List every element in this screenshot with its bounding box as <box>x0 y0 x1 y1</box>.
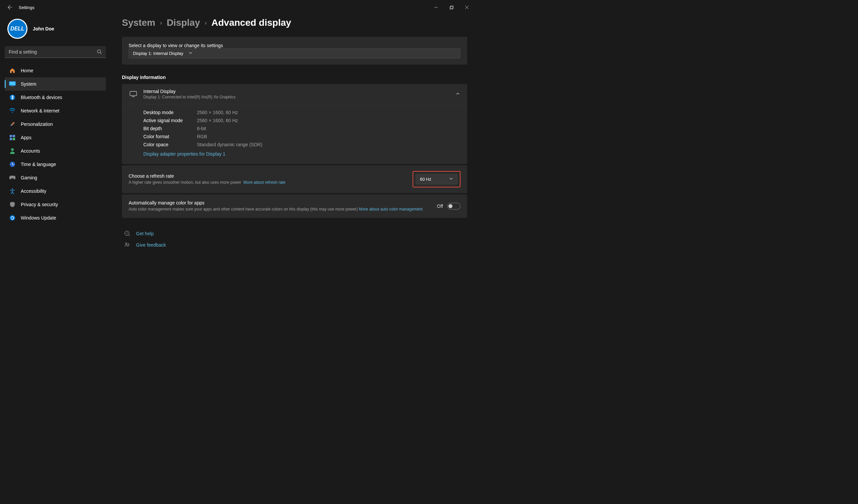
display-selector-dropdown[interactable]: Display 1: Internal Display <box>129 48 460 59</box>
display-info-detail: Desktop mode2560 × 1600, 60 HzActive sig… <box>122 104 467 164</box>
detail-row: Bit depth8-bit <box>143 125 460 132</box>
nav-item-shield[interactable]: Privacy & security <box>5 198 106 211</box>
svg-rect-13 <box>13 135 15 137</box>
refresh-rate-dropdown[interactable]: 60 Hz <box>416 174 458 184</box>
chevron-right-icon: › <box>205 19 207 27</box>
display-info-expander[interactable]: Internal Display Display 1: Connected to… <box>122 84 467 104</box>
chevron-down-icon <box>449 177 453 182</box>
display-info-heading: Display information <box>122 75 467 80</box>
svg-point-11 <box>12 112 13 113</box>
search-icon <box>97 49 102 55</box>
detail-value: 2560 × 1600, 60 Hz <box>197 118 238 123</box>
detail-value: 2560 × 1600, 60 Hz <box>197 110 238 115</box>
profile-block[interactable]: DELL John Doe <box>5 15 106 46</box>
titlebar: Settings <box>0 0 479 15</box>
breadcrumb-display[interactable]: Display <box>167 17 200 28</box>
svg-line-23 <box>129 235 130 236</box>
maximize-button[interactable] <box>444 2 459 13</box>
nav-item-system[interactable]: System <box>5 77 106 91</box>
display-name: Internal Display <box>143 89 450 94</box>
refresh-rate-value: 60 Hz <box>420 177 431 182</box>
maximize-icon <box>450 6 454 10</box>
nav-item-label: Apps <box>21 135 31 140</box>
svg-rect-20 <box>130 91 137 96</box>
update-icon <box>9 214 16 221</box>
app-title: Settings <box>19 5 34 10</box>
auto-color-card: Automatically manage color for apps Auto… <box>122 194 467 218</box>
help-icon: ? <box>124 231 131 237</box>
brush-icon <box>9 121 16 128</box>
svg-point-19 <box>10 215 15 221</box>
breadcrumb-system[interactable]: System <box>122 17 155 28</box>
detail-key: Color format <box>143 134 197 139</box>
nav-item-label: Personalization <box>21 121 53 127</box>
svg-rect-14 <box>10 138 12 140</box>
wifi-icon <box>9 108 16 114</box>
back-button[interactable] <box>4 1 16 13</box>
nav-item-gamepad[interactable]: Gaming <box>5 171 106 184</box>
minimize-button[interactable] <box>428 2 444 13</box>
nav-item-label: Windows Update <box>21 215 56 221</box>
get-help-link[interactable]: ? Get help <box>122 228 467 239</box>
svg-line-6 <box>100 52 101 54</box>
detail-row: Color spaceStandard dynamic range (SDR) <box>143 141 460 149</box>
detail-key: Active signal mode <box>143 118 197 123</box>
system-icon <box>9 81 16 87</box>
display-connection: Display 1: Connected to Intel(R) Iris(R)… <box>143 95 450 99</box>
refresh-rate-learn-more-link[interactable]: More about refresh rate <box>243 180 285 185</box>
adapter-properties-link[interactable]: Display adapter properties for Display 1 <box>143 151 225 157</box>
select-display-card: Select a display to view or change its s… <box>122 37 467 65</box>
accessibility-icon <box>9 188 16 194</box>
content: System › Display › Advanced display Sele… <box>111 15 479 281</box>
nav-item-brush[interactable]: Personalization <box>5 117 106 131</box>
avatar: DELL <box>7 19 28 39</box>
nav-item-accessibility[interactable]: Accessibility <box>5 184 106 198</box>
sidebar: DELL John Doe HomeSystemBluetooth & devi… <box>0 15 111 281</box>
auto-color-toggle-group: Off <box>437 203 460 210</box>
footer-links: ? Get help Give feedback <box>122 228 467 251</box>
svg-point-16 <box>11 148 14 151</box>
refresh-rate-title: Choose a refresh rate <box>129 173 413 179</box>
home-icon <box>9 67 16 74</box>
chevron-right-icon: › <box>160 19 162 27</box>
give-feedback-link[interactable]: Give feedback <box>122 239 467 251</box>
refresh-rate-subtitle: A higher rate gives smoother motion, but… <box>129 180 241 185</box>
nav-item-label: Gaming <box>21 175 37 180</box>
window-controls <box>428 2 475 13</box>
shield-icon <box>9 201 16 208</box>
gamepad-icon <box>9 174 16 181</box>
search-input[interactable] <box>5 46 106 58</box>
detail-row: Color formatRGB <box>143 132 460 141</box>
nav-item-label: Network & internet <box>21 108 59 113</box>
svg-rect-12 <box>10 135 12 137</box>
person-icon <box>9 148 16 154</box>
nav-item-label: Privacy & security <box>21 202 58 207</box>
detail-value: RGB <box>197 134 207 139</box>
auto-color-learn-more-link[interactable]: More about auto color management <box>359 207 423 212</box>
detail-key: Desktop mode <box>143 110 197 115</box>
nav-item-bluetooth[interactable]: Bluetooth & devices <box>5 91 106 104</box>
nav-item-label: Accessibility <box>21 189 46 194</box>
monitor-icon <box>129 91 137 97</box>
svg-rect-1 <box>450 6 452 9</box>
toggle-knob <box>448 204 452 208</box>
breadcrumb: System › Display › Advanced display <box>122 17 467 28</box>
auto-color-state-label: Off <box>437 204 443 209</box>
detail-row: Desktop mode2560 × 1600, 60 Hz <box>143 109 460 116</box>
nav-item-person[interactable]: Accounts <box>5 144 106 158</box>
svg-text:?: ? <box>126 232 128 235</box>
nav-item-home[interactable]: Home <box>5 64 106 77</box>
select-display-prompt: Select a display to view or change its s… <box>129 43 223 48</box>
nav-item-update[interactable]: Windows Update <box>5 211 106 225</box>
nav-item-apps[interactable]: Apps <box>5 131 106 144</box>
nav-item-wifi[interactable]: Network & internet <box>5 104 106 117</box>
display-info-card: Internal Display Display 1: Connected to… <box>122 84 467 164</box>
close-button[interactable] <box>459 2 475 13</box>
nav-item-clock[interactable]: Time & language <box>5 158 106 171</box>
auto-color-toggle[interactable] <box>447 203 460 210</box>
auto-color-subtitle: Auto color management makes sure your ap… <box>129 207 358 212</box>
clock-icon <box>9 161 16 168</box>
detail-value: Standard dynamic range (SDR) <box>197 142 262 147</box>
minimize-icon <box>434 6 438 9</box>
svg-point-18 <box>12 189 13 190</box>
